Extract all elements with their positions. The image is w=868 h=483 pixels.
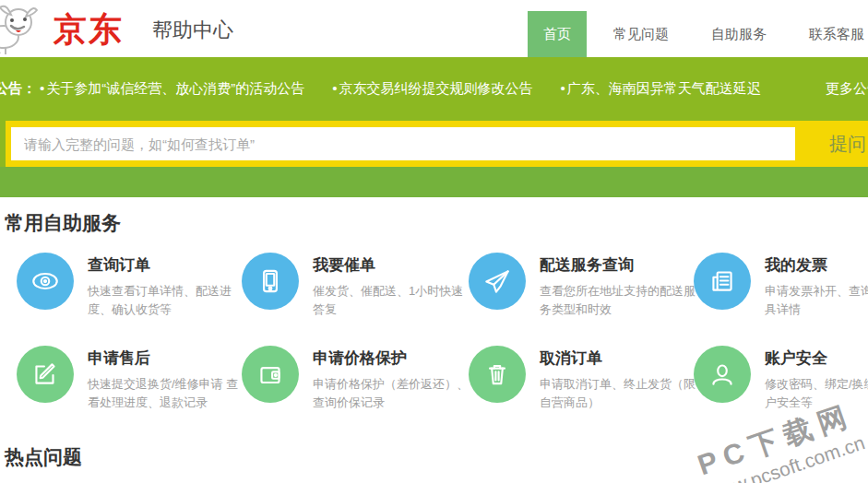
service-title[interactable]: 配送服务查询 (540, 254, 698, 276)
service-title[interactable]: 申请价格保护 (313, 348, 471, 369)
service-card[interactable]: 配送服务查询查看您所在地址支持的配送服务类型和时效 (469, 253, 694, 318)
service-card-text: 账户安全修改密码、绑定/换绑手机、提高账户安全等 (765, 346, 868, 411)
ask-question-button[interactable]: 提问 (829, 121, 868, 167)
service-title[interactable]: 账户安全 (765, 348, 868, 369)
services-grid: 查询订单快速查看订单详情、配送进度、确认收货等我要催单催发货、催配送、1小时快速… (17, 253, 868, 411)
service-card[interactable]: 账户安全修改密码、绑定/换绑手机、提高账户安全等 (694, 346, 868, 411)
main-content: 常用自助服务 查询订单快速查看订单详情、配送进度、确认收货等我要催单催发货、催配… (0, 197, 868, 470)
service-description: 快速提交退换货/维修申请 查看处理进度、退款记录 (88, 375, 246, 411)
service-card-text: 我的发票申请发票补开、查询发票类型、开具详情 (765, 253, 868, 318)
service-card[interactable]: 我要催单催发货、催配送、1小时快速答复 (242, 253, 469, 318)
service-card[interactable]: 申请价格保护申请价格保护（差价返还）、查询价保记录 (242, 346, 469, 411)
service-title[interactable]: 申请售后 (88, 348, 246, 369)
bullet-icon: • (332, 80, 337, 96)
service-title[interactable]: 查询订单 (88, 254, 246, 276)
announcement-items: •关于参加“诚信经营、放心消费”的活动公告•京东交易纠纷提交规则修改公告•广东、… (36, 80, 785, 98)
service-card[interactable]: 取消订单申请取消订单、终止发货（限自营商品） (469, 346, 694, 411)
announcement-link[interactable]: •京东交易纠纷提交规则修改公告 (332, 80, 532, 98)
service-card[interactable]: 申请售后快速提交退换货/维修申请 查看处理进度、退款记录 (17, 346, 242, 411)
announcement-text: 广东、海南因异常天气配送延迟 (567, 80, 761, 96)
invoice-icon (694, 253, 751, 310)
trash-icon (469, 346, 526, 403)
service-description: 催发货、催配送、1小时快速答复 (313, 282, 471, 318)
eye-icon (17, 253, 74, 310)
service-card-text: 申请售后快速提交退换货/维修申请 查看处理进度、退款记录 (88, 346, 246, 411)
service-card-text: 查询订单快速查看订单详情、配送进度、确认收货等 (88, 253, 246, 318)
service-description: 申请取消订单、终止发货（限自营商品） (540, 375, 698, 411)
announcement-bar: 公告： •关于参加“诚信经营、放心消费”的活动公告•京东交易纠纷提交规则修改公告… (0, 57, 868, 121)
hot-questions-section-title: 热点问题 (5, 444, 868, 470)
green-divider-strip (0, 167, 868, 197)
nav-tab-2[interactable]: 自助服务 (696, 11, 782, 57)
nav-tab-0[interactable]: 首页 (528, 11, 587, 57)
self-service-section-title: 常用自助服务 (5, 210, 868, 236)
announcement-text: 京东交易纠纷提交规则修改公告 (339, 80, 533, 96)
service-card-text: 配送服务查询查看您所在地址支持的配送服务类型和时效 (540, 253, 698, 318)
pencil-icon (17, 346, 74, 403)
service-description: 申请发票补开、查询发票类型、开具详情 (765, 282, 868, 318)
page-title: 帮助中心 (152, 17, 233, 44)
bullet-icon: • (40, 80, 44, 96)
announcement-text: 关于参加“诚信经营、放心消费”的活动公告 (46, 80, 304, 96)
service-card[interactable]: 查询订单快速查看订单详情、配送进度、确认收货等 (17, 253, 242, 318)
bullet-icon: • (561, 80, 565, 96)
service-description: 修改密码、绑定/换绑手机、提高账户安全等 (765, 375, 868, 411)
main-nav: 首页常见问题自助服务联系客服新手指南 (528, 11, 868, 57)
wallet-icon (242, 346, 299, 403)
service-description: 查看您所在地址支持的配送服务类型和时效 (540, 282, 698, 318)
search-band: 提问 (0, 121, 868, 167)
search-input[interactable] (11, 127, 795, 160)
more-announcements-link[interactable]: 更多公告 (826, 80, 868, 98)
service-description: 快速查看订单详情、配送进度、确认收货等 (88, 282, 246, 318)
paper-plane-icon (469, 253, 526, 310)
service-title[interactable]: 取消订单 (540, 348, 698, 369)
announcement-link[interactable]: •关于参加“诚信经营、放心消费”的活动公告 (40, 80, 304, 98)
service-card[interactable]: 我的发票申请发票补开、查询发票类型、开具详情 (694, 253, 868, 318)
header: 京东 帮助中心 首页常见问题自助服务联系客服新手指南 (0, 0, 868, 57)
service-title[interactable]: 我要催单 (313, 254, 471, 276)
jd-dog-mascot-icon (0, 2, 54, 59)
service-card-text: 我要催单催发货、催配送、1小时快速答复 (313, 253, 471, 318)
announcement-label: 公告： (0, 80, 36, 98)
announcement-link[interactable]: •广东、海南因异常天气配送延迟 (561, 80, 761, 98)
service-card-text: 取消订单申请取消订单、终止发货（限自营商品） (540, 346, 698, 411)
help-center-page: 京东 帮助中心 首页常见问题自助服务联系客服新手指南 公告： •关于参加“诚信经… (0, 0, 868, 483)
jd-logo-text[interactable]: 京东 (54, 7, 124, 53)
person-icon (694, 346, 751, 403)
nav-tab-3[interactable]: 联系客服 (793, 11, 868, 57)
service-card-text: 申请价格保护申请价格保护（差价返还）、查询价保记录 (313, 346, 471, 411)
phone-icon (242, 253, 299, 310)
nav-tab-1[interactable]: 常见问题 (598, 11, 684, 57)
service-description: 申请价格保护（差价返还）、查询价保记录 (313, 375, 471, 411)
service-title[interactable]: 我的发票 (765, 254, 868, 276)
